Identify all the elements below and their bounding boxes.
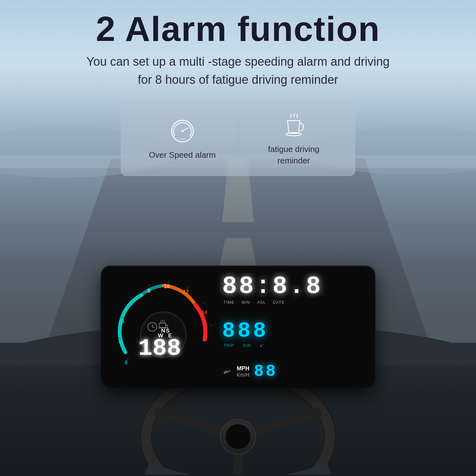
altitude-digits: 88 [254,363,277,380]
hud-device: 0 2 4 6 8 10 12 14 [102,267,374,387]
svg-text:8: 8 [148,288,150,294]
date-label: DATE [273,300,285,305]
trip-labels: TRIP DIR a° [222,343,365,348]
mph-text: MPH [237,365,249,372]
bird-icon [222,367,232,376]
page-title: 2 Alarm function [0,10,476,48]
alarm-item-speed: KM/H Over Speed alarm [136,117,228,161]
svg-text:14: 14 [202,310,207,315]
angle-label: a° [260,343,264,348]
hud-right-panel: 88:8.8 TIME MIN ASL DATE 888 TRIP DIR a° [219,271,368,382]
trip-display-row: 888 TRIP DIR a° [222,320,365,348]
time-labels: TIME MIN ASL DATE [222,300,365,305]
speedometer-icon: KM/H [168,117,197,145]
time-digits: 88:8.8 [222,274,365,299]
svg-point-49 [225,424,251,449]
alarm-features-box: KM/H Over Speed alarm fatigue drivingrem… [121,102,355,176]
coffee-icon [280,111,308,140]
time-display-row: 88:8.8 TIME MIN ASL DATE [222,274,365,305]
time-label: TIME [223,300,235,305]
svg-line-10 [182,128,188,131]
speed-unit-row: MPH Km/H 88 [222,363,365,380]
subtitle: You can set up a multi -stage speeding a… [0,53,476,89]
compass-display: 0 2 4 6 8 10 12 14 [113,276,214,378]
svg-line-25 [130,297,132,300]
hud-left-panel: 0 2 4 6 8 10 12 14 [108,271,219,382]
alarm-divider [238,120,238,158]
min-label: MIN [241,300,250,305]
top-section: 2 Alarm function You can set up a multi … [0,10,476,89]
dir-label: DIR [243,343,251,348]
alarm-label-speed: Over Speed alarm [149,149,216,161]
speed-unit-label: MPH Km/H [237,365,249,378]
svg-line-26 [149,284,149,288]
alarm-label-fatigue: fatigue drivingreminder [268,143,320,167]
svg-line-29 [202,302,205,304]
svg-text:KM/H: KM/H [179,138,186,141]
alarm-item-fatigue: fatigue drivingreminder [248,111,340,167]
trip-label: TRIP [223,343,234,348]
svg-text:6: 6 [130,301,133,306]
svg-text:10: 10 [164,284,170,289]
svg-text:4: 4 [122,319,124,324]
svg-point-11 [182,130,183,132]
svg-text:12: 12 [183,289,189,294]
steering-wheel-container [130,380,346,476]
kmh-text: Km/H [237,372,249,378]
svg-text:188: 188 [138,335,181,362]
asl-label: ASL [257,300,266,305]
trip-digits: 888 [222,320,365,342]
